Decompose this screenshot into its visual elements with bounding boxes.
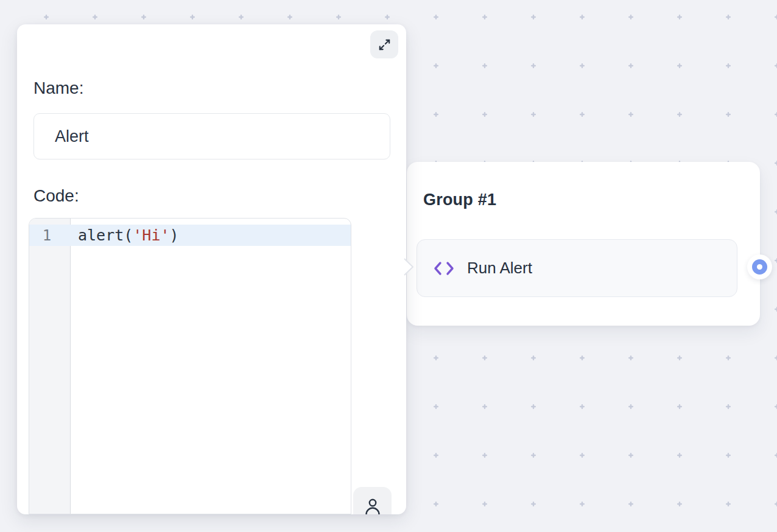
name-label: Name:	[33, 79, 83, 98]
code-line: alert('Hi')	[71, 225, 351, 246]
editor-gutter	[29, 219, 71, 514]
output-handle-hole	[757, 264, 762, 270]
code-token-string: 'Hi'	[133, 226, 169, 244]
output-handle[interactable]	[747, 254, 772, 279]
code-token: )	[170, 226, 179, 244]
code-token: alert(	[78, 226, 133, 244]
code-brackets-icon	[433, 259, 455, 278]
output-handle-ring	[752, 259, 767, 275]
person-icon	[362, 496, 383, 514]
group-card[interactable]: Group #1 Run Alert	[407, 162, 760, 326]
input-handle-chevron[interactable]	[403, 257, 415, 277]
node-label: Run Alert	[467, 259, 532, 278]
code-editor[interactable]: 1 alert('Hi')	[29, 218, 351, 514]
code-label: Code:	[33, 186, 79, 206]
group-title: Group #1	[423, 191, 496, 209]
name-input[interactable]	[33, 113, 390, 159]
expand-button[interactable]	[370, 30, 398, 58]
avatar-button[interactable]	[353, 487, 392, 514]
node-config-panel: Name: Code: 1 alert('Hi')	[17, 24, 406, 514]
run-alert-node[interactable]: Run Alert	[417, 239, 737, 297]
line-number: 1	[29, 225, 71, 246]
expand-icon	[378, 38, 392, 52]
